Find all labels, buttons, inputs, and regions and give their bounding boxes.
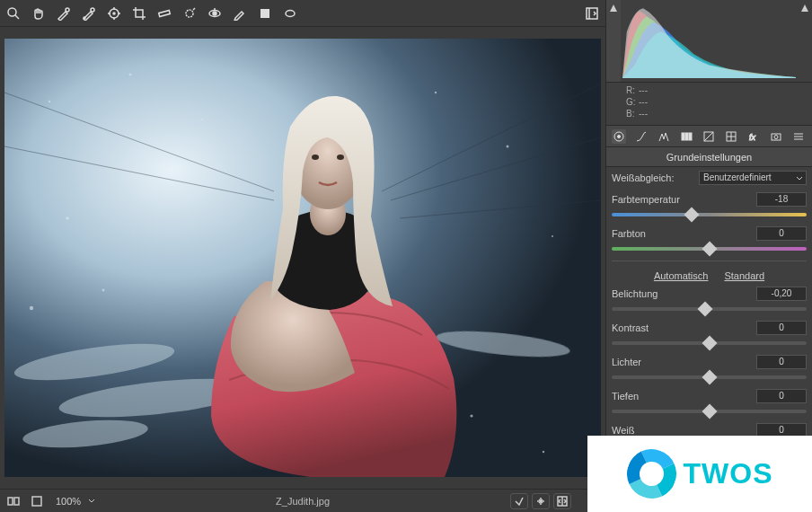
single-view-icon[interactable] [29,493,45,509]
watermark-overlay: TWOS [587,436,812,512]
svg-point-44 [543,451,544,453]
svg-point-38 [30,306,33,310]
spot-removal-icon[interactable] [181,5,198,22]
svg-text:fx: fx [749,133,756,142]
target-adjust-icon[interactable] [106,5,122,22]
preferences-icon[interactable] [584,5,600,22]
svg-point-36 [201,119,203,120]
section-title: Grundeinstellungen [606,147,812,167]
camera-tab-icon[interactable] [769,129,783,144]
svg-marker-59 [801,4,808,12]
hand-tool-icon[interactable] [31,5,47,22]
shadow-clip-indicator-icon[interactable] [609,4,618,13]
filmstrip-toggle-icon[interactable] [5,493,22,509]
shadows-slider[interactable] [612,405,807,418]
detail-tab-icon[interactable] [657,129,671,144]
histogram-right-tabs [798,0,812,82]
svg-rect-46 [14,498,19,505]
svg-point-2 [66,8,69,12]
curve-tab-icon[interactable] [634,129,649,144]
svg-point-4 [84,17,85,19]
svg-marker-58 [610,4,617,12]
histogram-left-tabs [606,0,621,82]
auto-link[interactable]: Automatisch [654,270,709,281]
svg-rect-45 [8,498,13,505]
svg-rect-47 [32,497,41,506]
svg-rect-62 [682,133,684,140]
temp-slider[interactable] [612,208,807,221]
tint-label: Farbton [612,228,756,239]
rgb-readout: R:--- G:--- B:--- [606,83,812,126]
svg-point-40 [435,92,437,93]
g-value: --- [639,97,648,107]
svg-line-1 [15,15,19,19]
highlights-value[interactable]: 0 [756,355,807,369]
temp-label: Farbtemperatur [612,194,756,205]
exposure-label: Belichtung [612,288,756,299]
color-sampler-icon[interactable] [81,5,97,22]
zoom-tool-icon[interactable] [5,5,22,22]
contrast-value[interactable]: 0 [756,321,807,335]
toolbar [0,0,605,27]
r-value: --- [639,85,648,95]
watermark-text: TWOS [684,457,773,490]
effects-tab-icon[interactable]: fx [746,129,761,144]
svg-point-33 [337,154,344,160]
tint-slider[interactable] [612,243,807,255]
basic-tab-icon[interactable] [612,129,626,144]
filename-label: Z_Judith.jpg [102,496,503,507]
svg-point-42 [552,235,553,237]
svg-point-61 [618,135,621,137]
highlights-slider[interactable] [612,371,807,384]
tint-value[interactable]: 0 [756,226,807,241]
straighten-tool-icon[interactable] [156,5,172,22]
histogram-row [606,0,812,83]
svg-point-6 [113,13,115,14]
whites-label: Weiß [612,425,756,436]
zoom-dropdown-icon[interactable] [88,498,95,505]
svg-rect-11 [159,10,171,16]
svg-point-35 [129,74,132,76]
canvas-area [0,27,605,489]
exposure-value[interactable]: -0,20 [756,287,807,301]
default-link[interactable]: Standard [724,270,764,281]
shadows-value[interactable]: 0 [756,389,807,403]
b-label: B: [626,108,639,119]
shadows-label: Tiefen [612,391,756,402]
adjustment-brush-icon[interactable] [232,5,248,22]
svg-point-72 [774,135,778,138]
crop-tool-icon[interactable] [131,5,147,22]
photo-preview [4,39,601,477]
svg-point-39 [102,289,105,292]
highlight-clip-indicator-icon[interactable] [800,4,809,13]
highlight-clip-toggle[interactable] [532,493,550,509]
svg-point-34 [49,101,50,102]
hsl-tab-icon[interactable] [679,129,693,144]
svg-point-14 [213,12,216,15]
temp-value[interactable]: -18 [756,192,807,207]
radial-filter-icon[interactable] [282,5,298,22]
contrast-slider[interactable] [612,337,807,349]
highlights-label: Lichter [612,357,756,367]
svg-point-17 [286,10,295,16]
svg-point-0 [8,8,16,16]
exposure-slider[interactable] [612,303,807,315]
histogram[interactable] [621,0,798,82]
svg-rect-64 [689,133,692,140]
split-tone-tab-icon[interactable] [702,129,716,144]
presets-tab-icon[interactable] [791,129,806,144]
shadow-clip-toggle[interactable] [510,493,528,509]
graduated-filter-icon[interactable] [257,5,273,22]
svg-point-37 [66,216,69,220]
lens-tab-icon[interactable] [724,129,738,144]
app-root: 100% Z_Judith.jpg [0,0,812,512]
wb-select[interactable]: Benutzerdefiniert [699,171,807,185]
before-after-toggle[interactable] [553,493,571,509]
svg-line-66 [704,132,713,141]
zoom-level[interactable]: 100% [56,496,81,507]
image-canvas[interactable] [4,39,601,477]
white-balance-tool-icon[interactable] [56,5,72,22]
redeye-tool-icon[interactable] [207,5,223,22]
svg-rect-63 [685,133,688,140]
g-label: G: [626,96,639,108]
